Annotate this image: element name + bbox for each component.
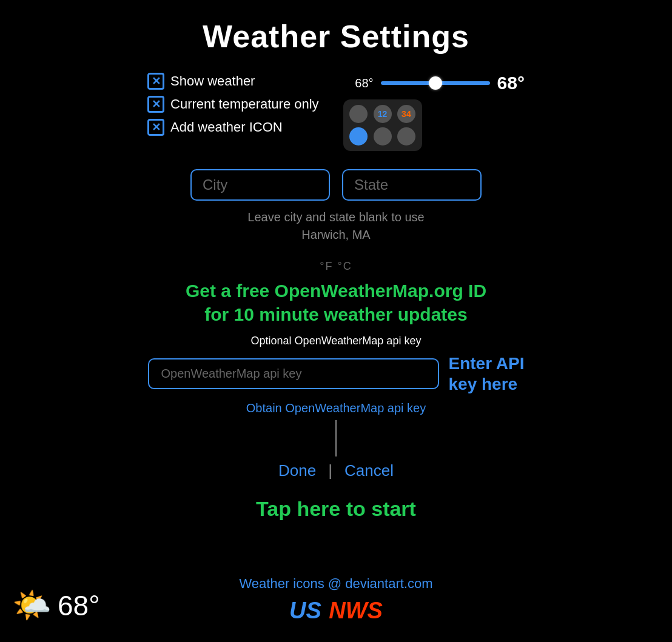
cancel-button[interactable]: Cancel xyxy=(332,456,406,485)
done-cancel-row: Done | Cancel xyxy=(266,456,406,485)
state-input[interactable] xyxy=(342,169,482,201)
dots-grid: 12 34 xyxy=(343,99,422,151)
owm-promo-line1: Get a free OpenWeatherMap.org ID xyxy=(186,279,486,303)
location-inputs-row xyxy=(190,169,482,201)
bottom-temp: 68° xyxy=(58,589,100,622)
nws-label: NWS xyxy=(329,598,383,624)
obtain-link[interactable]: Obtain OpenWeatherMap api key xyxy=(246,401,426,415)
slider-right-label: 68° xyxy=(497,73,525,93)
temp-units-hint: °F °C xyxy=(320,260,352,273)
tap-start-text[interactable]: Tap here to start xyxy=(256,497,416,521)
separator: | xyxy=(328,461,332,480)
dot-34[interactable]: 34 xyxy=(397,105,415,123)
api-row: Enter APIkey here xyxy=(148,353,525,394)
show-weather-row: ✕ Show weather xyxy=(147,73,319,90)
optional-label: Optional OpenWeatherMap api key xyxy=(251,335,422,347)
current-temp-checkbox[interactable]: ✕ xyxy=(147,96,164,113)
weather-icons-credit: Weather icons @ deviantart.com xyxy=(239,576,432,592)
divider-line xyxy=(335,420,337,456)
obtain-cancel-block: Obtain OpenWeatherMap api key Done | Can… xyxy=(246,401,426,497)
dot-12[interactable]: 12 xyxy=(374,105,392,123)
done-button[interactable]: Done xyxy=(266,456,328,485)
temperature-slider[interactable] xyxy=(381,81,490,85)
add-weather-icon-label: Add weather ICON xyxy=(170,119,283,135)
slider-row: 68° 68° xyxy=(343,73,525,93)
hint-line2: Harwich, MA xyxy=(301,228,370,242)
slider-left-label: 68° xyxy=(343,76,374,90)
settings-section: ✕ Show weather ✕ Current temperature onl… xyxy=(147,73,525,151)
city-input[interactable] xyxy=(190,169,330,201)
weather-icon: 🌤️ xyxy=(12,587,52,624)
slider-thumb xyxy=(429,76,442,90)
hint-line1: Leave city and state blank to use xyxy=(247,210,424,224)
dot-active[interactable] xyxy=(349,127,368,145)
owm-promo: Get a free OpenWeatherMap.org ID for 10 … xyxy=(186,279,486,326)
show-weather-checkbox[interactable]: ✕ xyxy=(147,73,164,90)
api-key-input[interactable] xyxy=(148,358,439,389)
us-nws-row: US NWS xyxy=(289,598,383,624)
bottom-center: Weather icons @ deviantart.com US NWS xyxy=(239,576,432,624)
dot-6[interactable] xyxy=(397,127,415,145)
add-weather-icon-checkbox[interactable]: ✕ xyxy=(147,119,164,136)
current-temp-row: ✕ Current temperature only xyxy=(147,96,319,113)
show-weather-label: Show weather xyxy=(170,73,255,89)
page-title: Weather Settings xyxy=(203,18,469,55)
enter-api-label: Enter APIkey here xyxy=(449,353,525,394)
dot-1[interactable] xyxy=(349,105,368,123)
owm-promo-line2: for 10 minute weather updates xyxy=(186,303,486,326)
us-label: US xyxy=(289,598,321,624)
checkboxes-column: ✕ Show weather ✕ Current temperature onl… xyxy=(147,73,319,136)
slider-section: 68° 68° 12 34 xyxy=(343,73,525,151)
add-weather-icon-row: ✕ Add weather ICON xyxy=(147,119,319,136)
current-temp-label: Current temperature only xyxy=(170,96,319,112)
dot-5[interactable] xyxy=(374,127,392,145)
bottom-left-weather: 🌤️ 68° xyxy=(12,587,100,624)
